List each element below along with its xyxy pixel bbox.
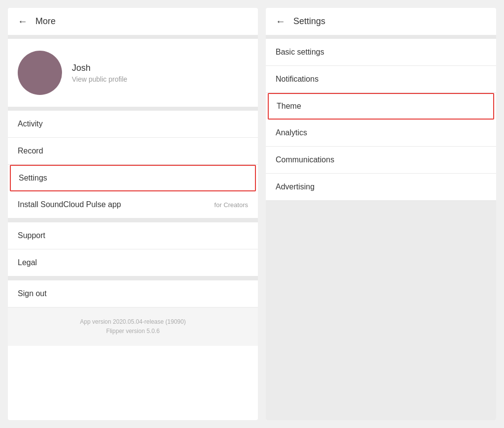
right-top-divider xyxy=(266,35,496,39)
settings-label: Settings xyxy=(19,174,47,183)
profile-divider xyxy=(8,107,258,111)
install-pulse-tag: for Creators xyxy=(214,201,248,209)
settings-item-basic[interactable]: Basic settings xyxy=(266,39,496,66)
sidebar-item-record[interactable]: Record xyxy=(8,138,258,165)
settings-item-advertising[interactable]: Advertising xyxy=(266,174,496,201)
left-menu-group: Activity Record Settings Install SoundCl… xyxy=(8,111,258,218)
profile-subtitle: View public profile xyxy=(72,75,127,83)
basic-settings-label: Basic settings xyxy=(276,48,324,56)
legal-label: Legal xyxy=(18,258,37,267)
settings-item-analytics[interactable]: Analytics xyxy=(266,120,496,147)
theme-label: Theme xyxy=(277,102,301,110)
install-pulse-label: Install SoundCloud Pulse app xyxy=(18,200,121,209)
left-panel: ← More Josh View public profile Activity… xyxy=(8,8,258,420)
left-top-divider xyxy=(8,35,258,39)
sidebar-item-support[interactable]: Support xyxy=(8,222,258,249)
left-back-button[interactable]: ← xyxy=(18,16,28,27)
profile-name: Josh xyxy=(72,63,127,73)
settings-item-notifications[interactable]: Notifications xyxy=(266,66,496,93)
sidebar-item-install-pulse[interactable]: Install SoundCloud Pulse app for Creator… xyxy=(8,191,258,218)
settings-item-communications[interactable]: Communications xyxy=(266,147,496,174)
app-version: App version 2020.05.04-release (19090) F… xyxy=(8,307,258,346)
communications-label: Communications xyxy=(276,155,334,164)
record-label: Record xyxy=(18,147,43,155)
profile-info: Josh View public profile xyxy=(72,63,127,83)
avatar xyxy=(18,51,62,95)
analytics-label: Analytics xyxy=(276,128,307,137)
sidebar-item-settings[interactable]: Settings xyxy=(10,165,256,191)
sidebar-item-activity[interactable]: Activity xyxy=(8,111,258,138)
app-version-line1: App version 2020.05.04-release (19090) xyxy=(18,317,248,327)
right-header-title: Settings xyxy=(293,16,325,27)
app-version-line2: Flipper version 5.0.6 xyxy=(18,327,248,336)
right-back-button[interactable]: ← xyxy=(276,16,285,27)
advertising-label: Advertising xyxy=(276,183,315,191)
support-group: Support Legal xyxy=(8,218,258,280)
sign-out-button[interactable]: Sign out xyxy=(8,280,258,307)
right-panel: ← Settings Basic settings Notifications … xyxy=(266,8,496,420)
profile-section[interactable]: Josh View public profile xyxy=(8,39,258,107)
left-header-title: More xyxy=(35,16,56,27)
left-header: ← More xyxy=(8,8,258,35)
sidebar-item-legal[interactable]: Legal xyxy=(8,249,258,276)
support-label: Support xyxy=(18,231,45,240)
activity-label: Activity xyxy=(18,120,43,128)
right-header: ← Settings xyxy=(266,8,496,35)
settings-item-theme[interactable]: Theme xyxy=(268,93,494,120)
notifications-label: Notifications xyxy=(276,75,318,83)
right-content-area xyxy=(266,201,496,420)
sign-out-label: Sign out xyxy=(18,289,47,298)
